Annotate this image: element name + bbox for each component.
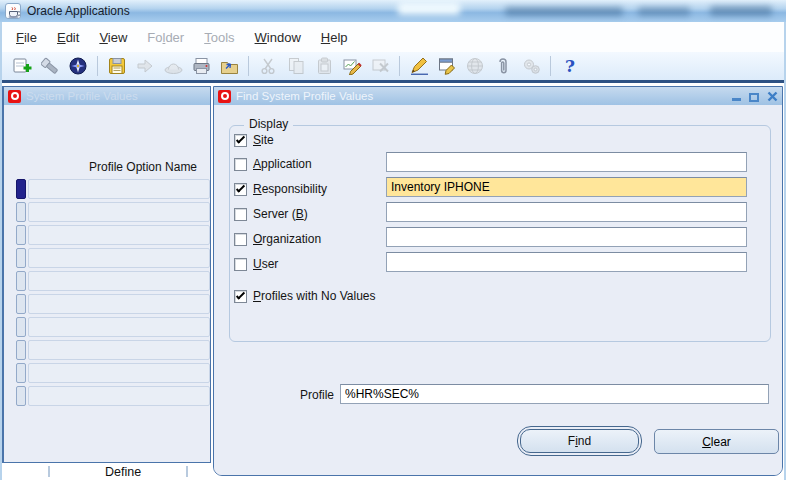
screen: Oracle Applications File Edit View Folde… xyxy=(0,0,786,480)
profiles-with-no-values-checkbox[interactable] xyxy=(234,290,247,303)
application-window: File Edit View Folder Tools Window Help xyxy=(0,22,786,480)
profile-option-row xyxy=(16,246,210,269)
record-selector[interactable] xyxy=(16,386,26,406)
profile-option-name-field[interactable] xyxy=(28,271,210,291)
row-application: Application xyxy=(234,157,312,171)
row-profiles-no-values: Profiles with No Values xyxy=(234,289,376,303)
row-organization: Organization xyxy=(234,232,321,246)
background-glass-blur xyxy=(710,6,772,16)
toolbar-separator xyxy=(550,56,551,76)
maximize-icon[interactable] xyxy=(748,91,760,102)
profile-option-name-field[interactable] xyxy=(28,386,210,406)
site-checkbox[interactable] xyxy=(234,134,247,147)
background-define-label: Define xyxy=(105,465,141,479)
print-icon[interactable] xyxy=(190,54,212,78)
next-step-icon xyxy=(134,54,156,78)
menu-window[interactable]: Window xyxy=(245,27,311,48)
record-selector[interactable] xyxy=(16,317,26,337)
profile-option-name-field[interactable] xyxy=(28,363,210,383)
profile-option-row xyxy=(16,315,210,338)
server-label: Server (B) xyxy=(253,207,308,221)
save-icon[interactable] xyxy=(106,54,128,78)
find-window-titlebar[interactable]: Find System Profile Values xyxy=(214,87,782,105)
find-flashlight-icon[interactable] xyxy=(39,54,61,78)
background-glass-blur xyxy=(505,7,623,16)
column-header-profile-option-name: Profile Option Name xyxy=(89,160,197,174)
clear-button[interactable]: Clear xyxy=(654,429,779,454)
window-title: Find System Profile Values xyxy=(236,90,373,102)
profile-search-input[interactable] xyxy=(340,384,769,404)
cut-scissors-icon xyxy=(257,54,279,78)
profile-option-row xyxy=(16,200,210,223)
record-selector[interactable] xyxy=(16,179,26,199)
record-selector[interactable] xyxy=(16,271,26,291)
record-selector[interactable] xyxy=(16,248,26,268)
user-label: User xyxy=(253,257,278,271)
profiles-with-no-values-label: Profiles with No Values xyxy=(253,289,376,303)
responsibility-label: Responsibility xyxy=(253,182,327,196)
user-checkbox[interactable] xyxy=(234,258,247,271)
os-titlebar: Oracle Applications xyxy=(0,0,786,22)
menu-file[interactable]: File xyxy=(6,27,47,48)
profile-option-row xyxy=(16,223,210,246)
profile-option-name-field[interactable] xyxy=(28,340,210,360)
application-checkbox[interactable] xyxy=(234,158,247,171)
menu-help[interactable]: Help xyxy=(311,27,358,48)
new-record-icon[interactable] xyxy=(11,54,33,78)
record-selector[interactable] xyxy=(16,202,26,222)
profile-option-name-field[interactable] xyxy=(28,179,210,199)
window-find-system-profile-values: Find System Profile Values Display xyxy=(213,86,783,476)
window-controls xyxy=(730,91,778,102)
zoom-window-icon[interactable] xyxy=(436,54,458,78)
help-icon[interactable]: ? xyxy=(559,54,581,78)
profile-option-row xyxy=(16,384,210,407)
java-app-icon xyxy=(5,3,21,19)
minimize-icon[interactable] xyxy=(730,91,742,102)
toolbar-separator xyxy=(248,56,249,76)
find-button[interactable]: Find xyxy=(520,429,639,453)
profile-option-name-field[interactable] xyxy=(28,248,210,268)
record-selector[interactable] xyxy=(16,363,26,383)
os-window-title: Oracle Applications xyxy=(27,4,130,18)
profile-option-name-field[interactable] xyxy=(28,225,210,245)
user-field[interactable] xyxy=(386,252,747,272)
menu-edit[interactable]: Edit xyxy=(47,27,89,48)
window-system-profile-values: System Profile Values Profile Option Nam… xyxy=(2,86,211,463)
profile-option-name-field[interactable] xyxy=(28,294,210,314)
record-selector[interactable] xyxy=(16,225,26,245)
menu-bar: File Edit View Folder Tools Window Help xyxy=(2,22,784,52)
find-button-default-ring: Find xyxy=(517,426,642,456)
close-icon[interactable] xyxy=(766,91,778,102)
find-window-client: Display Site Application Responsibility xyxy=(214,105,782,475)
folder-tools-gears-icon xyxy=(520,54,542,78)
system-profile-values-titlebar[interactable]: System Profile Values xyxy=(4,87,210,105)
server-field[interactable] xyxy=(386,202,747,222)
record-selector[interactable] xyxy=(16,294,26,314)
profile-option-name-field[interactable] xyxy=(28,317,210,337)
responsibility-checkbox[interactable] xyxy=(234,183,247,196)
close-form-folder-icon[interactable] xyxy=(218,54,240,78)
profile-option-row xyxy=(16,338,210,361)
menu-tools: Tools xyxy=(194,27,244,48)
organization-checkbox[interactable] xyxy=(234,233,247,246)
profile-option-name-field[interactable] xyxy=(28,202,210,222)
row-server: Server (B) xyxy=(234,207,308,221)
menu-view[interactable]: View xyxy=(89,27,137,48)
row-responsibility: Responsibility xyxy=(234,182,327,196)
edit-field-pencil-icon[interactable] xyxy=(408,54,430,78)
window-title: System Profile Values xyxy=(26,90,138,102)
navigator-icon[interactable] xyxy=(67,54,89,78)
organization-label: Organization xyxy=(253,232,321,246)
menu-folder: Folder xyxy=(137,27,194,48)
background-window-fragment xyxy=(48,466,50,477)
system-profile-values-client: Profile Option Name xyxy=(4,105,210,462)
organization-field[interactable] xyxy=(386,227,747,247)
clear-record-icon[interactable] xyxy=(341,54,363,78)
site-label: Site xyxy=(253,133,274,147)
application-field[interactable] xyxy=(386,152,747,172)
record-selector[interactable] xyxy=(16,340,26,360)
server-checkbox[interactable] xyxy=(234,208,247,221)
responsibility-field[interactable] xyxy=(386,177,747,197)
row-user: User xyxy=(234,257,278,271)
attachments-paperclip-icon[interactable] xyxy=(492,54,514,78)
